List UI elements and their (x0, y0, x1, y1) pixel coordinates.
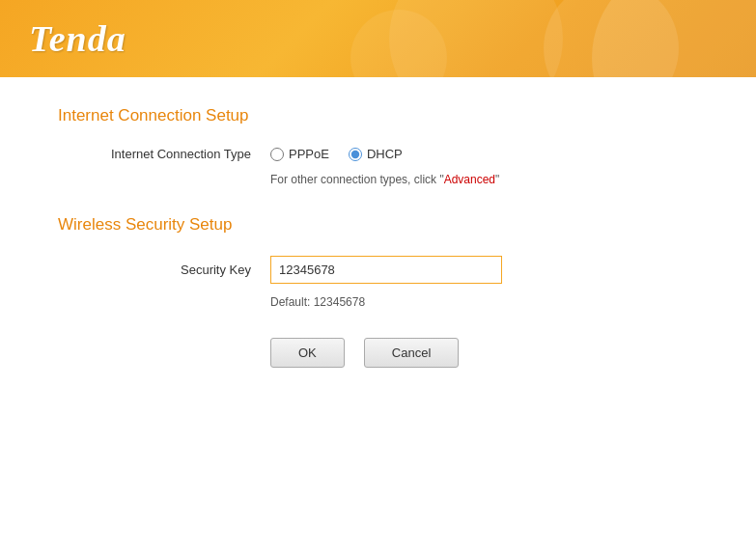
cancel-button[interactable]: Cancel (364, 338, 459, 368)
connection-type-label: Internet Connection Type (58, 147, 270, 161)
advanced-note-suffix: " (495, 173, 499, 186)
connection-type-row: Internet Connection Type PPPoE DHCP (58, 147, 698, 161)
internet-connection-section: Internet Connection Setup Internet Conne… (58, 106, 698, 186)
security-key-label: Security Key (58, 263, 270, 277)
pppoe-label: PPPoE (289, 147, 329, 161)
main-content: Internet Connection Setup Internet Conne… (0, 77, 756, 553)
button-row: OK Cancel (270, 338, 698, 368)
advanced-note: For other connection types, click "Advan… (270, 173, 698, 186)
header: Tenda (0, 0, 756, 77)
pppoe-option[interactable]: PPPoE (270, 147, 329, 161)
advanced-link[interactable]: Advanced (444, 173, 495, 186)
dhcp-label: DHCP (367, 147, 403, 161)
default-note: Default: 12345678 (270, 295, 698, 309)
security-key-control (270, 256, 502, 284)
ok-button[interactable]: OK (270, 338, 345, 368)
dhcp-radio[interactable] (349, 148, 362, 161)
security-key-row: Security Key (58, 256, 698, 284)
pppoe-radio[interactable] (270, 148, 284, 161)
internet-section-title: Internet Connection Setup (58, 106, 698, 125)
wireless-section-title: Wireless Security Setup (58, 215, 698, 235)
security-key-input[interactable] (270, 256, 502, 284)
connection-type-control: PPPoE DHCP (270, 147, 403, 161)
advanced-note-prefix: For other connection types, click " (270, 173, 444, 186)
dhcp-option[interactable]: DHCP (349, 147, 403, 161)
logo: Tenda (29, 17, 126, 60)
logo-text: Tenda (29, 18, 126, 59)
wireless-security-section: Wireless Security Setup Security Key Def… (58, 215, 698, 309)
